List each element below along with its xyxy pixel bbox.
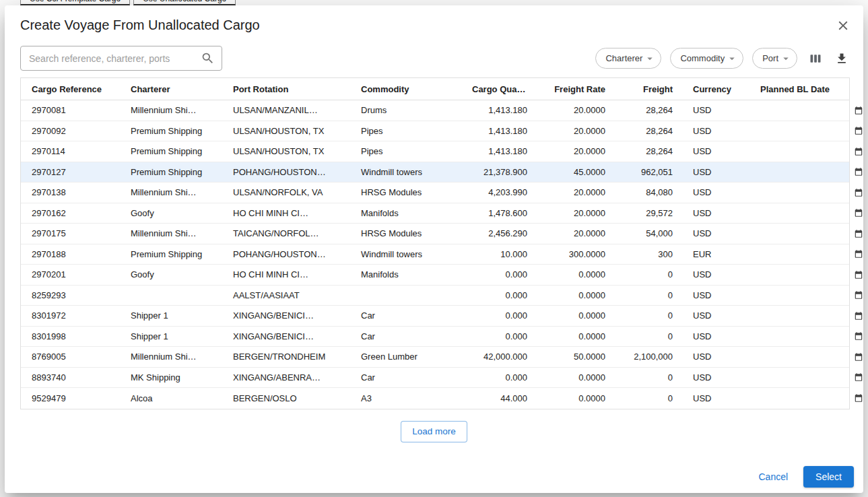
close-icon — [836, 18, 850, 33]
row-calendar-icon[interactable] — [854, 208, 863, 218]
cell-freight-rate: 20.0000 — [537, 228, 615, 238]
commodity-filter-dropdown[interactable]: Commodity — [670, 48, 743, 69]
row-calendar-icon[interactable] — [854, 249, 863, 259]
table-row[interactable]: 2970175Millennium Shi…TAICANG/NORFOL…HRS… — [21, 224, 849, 244]
table-row[interactable]: 8301998Shipper 1XINGANG/BENICI…Car0.0000… — [21, 327, 849, 347]
row-calendar-icon[interactable] — [854, 372, 863, 382]
table-row[interactable]: 2970162GoofyHO CHI MINH CI…Manifolds1,47… — [21, 203, 849, 224]
cell-cargo-quantity: 0.000 — [461, 269, 537, 279]
table-row[interactable]: 8769005Millennium Shi…BERGEN/TRONDHEIMGr… — [21, 347, 849, 368]
tab-use-coa-template-cargo[interactable]: Use CoA Template Cargo — [20, 0, 130, 5]
column-header-port-rotation[interactable]: Port Rotation — [222, 84, 350, 94]
row-calendar-icon[interactable] — [854, 167, 863, 176]
cell-commodity: Pipes — [350, 146, 461, 156]
table-row[interactable]: 2970201GoofyHO CHI MINH CI…Manifolds0.00… — [21, 265, 849, 286]
column-header-currency[interactable]: Currency — [682, 84, 749, 94]
column-header-planned-bl-date[interactable]: Planned BL Date — [749, 84, 849, 94]
cell-freight-rate: 0.0000 — [537, 310, 615, 321]
cell-freight: 54,000 — [615, 228, 682, 238]
column-header-charterer[interactable]: Charterer — [120, 84, 222, 94]
charterer-filter-dropdown[interactable]: Charterer — [595, 48, 661, 69]
cell-cargo-quantity: 1,478.600 — [461, 208, 537, 218]
cell-freight: 0 — [615, 269, 682, 279]
table-body: 2970081Millennium Shi…ULSAN/MANZANIL…Dru… — [21, 100, 849, 409]
create-voyage-dialog: Create Voyage From Unallocated Cargo Cha… — [5, 5, 863, 493]
column-header-cargo-reference[interactable]: Cargo Reference — [21, 84, 120, 94]
cell-port-rotation: AALST/AASIAAT — [222, 290, 350, 300]
cell-freight: 28,264 — [615, 146, 682, 156]
cell-currency: USD — [682, 167, 749, 177]
cell-port-rotation: ULSAN/HOUSTON, TX — [222, 146, 350, 156]
table-row[interactable]: 2970127Premium ShippingPOHANG/HOUSTON…Wi… — [21, 162, 849, 183]
row-calendar-icon[interactable] — [854, 393, 863, 403]
cell-cargo-reference: 2970175 — [21, 228, 120, 238]
cancel-button[interactable]: Cancel — [752, 467, 795, 486]
column-header-cargo-quantity[interactable]: Cargo Quantity — [461, 84, 537, 94]
cell-freight-rate: 20.0000 — [537, 208, 615, 218]
chevron-down-icon — [778, 53, 792, 65]
cell-charterer: Premium Shipping — [120, 146, 222, 156]
cell-port-rotation: XINGANG/BENICI… — [222, 310, 350, 321]
row-calendar-icon[interactable] — [854, 352, 863, 362]
columns-button[interactable] — [807, 51, 824, 67]
cell-port-rotation: XINGANG/ABENRA… — [222, 372, 350, 383]
toolbar-filters: Charterer Commodity Port — [587, 48, 850, 69]
table-row[interactable]: 2970188Premium ShippingPOHANG/HOUSTON…Wi… — [21, 244, 849, 265]
cell-cargo-reference: 2970127 — [21, 167, 120, 177]
cell-commodity: Windmill towers — [350, 167, 461, 177]
select-button[interactable]: Select — [803, 466, 854, 488]
row-calendar-icon[interactable] — [854, 126, 863, 135]
cell-port-rotation: BERGEN/TRONDHEIM — [222, 352, 350, 362]
cell-charterer: Millennium Shi… — [120, 228, 222, 238]
row-calendar-icon[interactable] — [854, 311, 863, 321]
table-row[interactable]: 2970138Millennium Shi…ULSAN/NORFOLK, VAH… — [21, 183, 849, 203]
cell-currency: USD — [682, 269, 749, 279]
table-row[interactable]: 2970092Premium ShippingULSAN/HOUSTON, TX… — [21, 121, 849, 142]
cell-freight-rate: 300.0000 — [537, 249, 615, 259]
row-calendar-icon[interactable] — [854, 106, 863, 115]
charterer-filter-label: Charterer — [605, 53, 642, 63]
cell-charterer: Shipper 1 — [120, 331, 222, 341]
row-calendar-icon[interactable] — [854, 147, 863, 156]
commodity-filter-label: Commodity — [680, 53, 725, 63]
table-row[interactable]: 2970114Premium ShippingULSAN/HOUSTON, TX… — [21, 141, 849, 162]
download-button[interactable] — [834, 51, 850, 67]
table-row[interactable]: 8301972Shipper 1XINGANG/BENICI…Car0.0000… — [21, 306, 849, 327]
cell-cargo-quantity: 1,413.180 — [461, 105, 537, 115]
cell-cargo-reference: 8259293 — [21, 290, 120, 300]
table-row[interactable]: 2970081Millennium Shi…ULSAN/MANZANIL…Dru… — [21, 100, 849, 121]
cell-charterer: Shipper 1 — [120, 310, 222, 321]
cell-cargo-reference: 8301998 — [21, 331, 120, 341]
search-input[interactable] — [20, 46, 222, 71]
cell-freight-rate: 0.0000 — [537, 393, 615, 403]
cell-currency: USD — [682, 105, 749, 115]
column-header-freight-rate[interactable]: Freight Rate — [537, 84, 615, 94]
cell-commodity: Car — [350, 372, 461, 383]
cell-freight: 0 — [615, 310, 682, 321]
cell-currency: USD — [682, 372, 749, 383]
cell-freight: 28,264 — [615, 105, 682, 115]
cell-cargo-quantity: 0.000 — [461, 290, 537, 300]
tab-use-unallocated-cargo[interactable]: Use Unallocated Cargo — [133, 0, 236, 5]
cell-charterer: Millennium Shi… — [120, 352, 222, 362]
cell-commodity: A3 — [350, 393, 461, 403]
row-calendar-icon[interactable] — [854, 229, 863, 238]
cell-commodity: Manifolds — [350, 269, 461, 279]
column-header-freight[interactable]: Freight — [615, 84, 682, 94]
row-calendar-icon[interactable] — [854, 290, 863, 300]
cell-currency: USD — [682, 393, 749, 403]
table-row[interactable]: 8893740MK ShippingXINGANG/ABENRA…Car0.00… — [21, 368, 849, 389]
row-calendar-icon[interactable] — [854, 270, 863, 279]
row-calendar-icon[interactable] — [854, 188, 863, 197]
table-toolbar: Charterer Commodity Port — [5, 35, 863, 77]
table-row[interactable]: 8259293AALST/AASIAAT0.0000.00000USD — [21, 286, 849, 306]
cell-freight-rate: 20.0000 — [537, 146, 615, 156]
column-header-commodity[interactable]: Commodity — [350, 84, 461, 94]
cell-commodity: Pipes — [350, 126, 461, 136]
port-filter-dropdown[interactable]: Port — [752, 48, 797, 69]
load-more-button[interactable]: Load more — [401, 421, 467, 442]
row-calendar-icon[interactable] — [854, 331, 863, 341]
cell-freight: 29,572 — [615, 208, 682, 218]
close-button[interactable] — [834, 16, 853, 35]
table-row[interactable]: 9529479AlcoaBERGEN/OSLOA344.0000.00000US… — [21, 388, 849, 409]
